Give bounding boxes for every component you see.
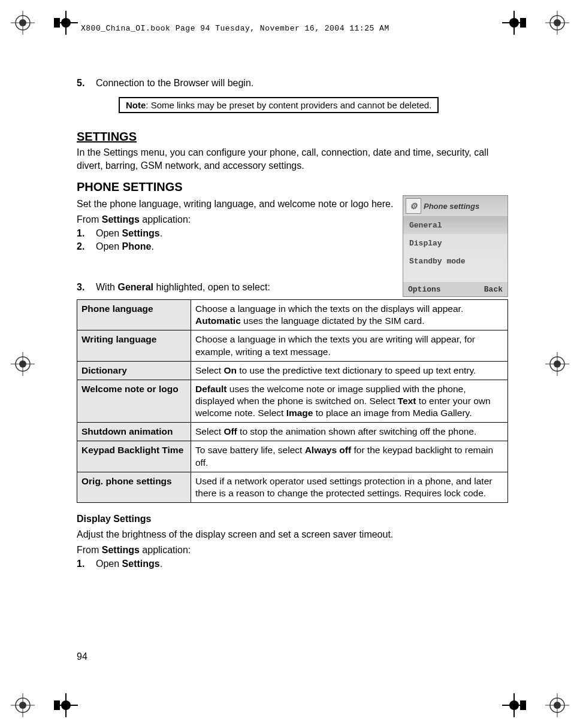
page-header-metadata: X800_China_OI.book Page 94 Tuesday, Nove… <box>81 24 389 33</box>
settings-intro: In the Settings menu, you can configure … <box>77 146 508 172</box>
phone-step-2: 2. Open Phone. <box>77 241 395 252</box>
note-text: Some links may be preset by content prov… <box>151 100 432 110</box>
heading-phone-settings: PHONE SETTINGS <box>77 180 508 194</box>
display-settings-from: From Settings application: <box>77 544 508 557</box>
svg-rect-31 <box>520 18 526 28</box>
svg-rect-35 <box>54 700 60 710</box>
gear-icon: ⚙ <box>406 198 421 214</box>
table-row: Dictionary Select On to use the predicti… <box>77 361 508 380</box>
general-settings-table: Phone language Choose a language in whic… <box>77 299 508 503</box>
table-desc: Select Off to stop the animation shown a… <box>191 423 508 441</box>
step-number: 5. <box>77 78 96 89</box>
step-5: 5. Connection to the Browser will begin. <box>77 78 508 89</box>
crop-mark-icon <box>54 693 78 717</box>
note-box: Note: Some links may be preset by conten… <box>119 97 439 113</box>
softkey-right: Back <box>484 285 503 294</box>
phone-screenshot-softkeys: Options Back <box>403 282 508 296</box>
table-row: Writing language Choose a language in wh… <box>77 330 508 361</box>
note-label: Note <box>126 100 146 110</box>
phone-settings-from: From Settings application: <box>77 213 395 226</box>
phone-screenshot: ⚙ Phone settings General Display Standby… <box>403 195 508 297</box>
reg-mark-icon <box>11 693 35 717</box>
table-label: Writing language <box>77 330 191 361</box>
table-desc: Select On to use the predictive text dic… <box>191 361 508 380</box>
table-desc: Default uses the welcome note or image s… <box>191 380 508 422</box>
table-row: Welcome note or logo Default uses the we… <box>77 380 508 422</box>
step-text: Connection to the Browser will begin. <box>96 78 508 89</box>
display-settings-intro: Adjust the brightness of the display scr… <box>77 528 508 541</box>
reg-mark-icon <box>11 11 35 35</box>
phone-screenshot-title-bar: ⚙ Phone settings <box>403 196 508 216</box>
table-label: Shutdown animation <box>77 423 191 441</box>
reg-mark-icon <box>545 11 569 35</box>
table-row: Shutdown animation Select Off to stop th… <box>77 423 508 441</box>
page-number: 94 <box>77 651 87 662</box>
table-row: Orig. phone settings Used if a network o… <box>77 472 508 502</box>
reg-mark-icon <box>545 352 569 376</box>
heading-display-settings: Display Settings <box>77 514 508 524</box>
crop-mark-icon <box>502 693 526 717</box>
display-step-1: 1. Open Settings. <box>77 559 508 569</box>
phone-settings-intro: Set the phone language, writing language… <box>77 198 395 211</box>
crop-mark-icon <box>54 11 78 35</box>
table-row: Keypad Backlight Time To save battery li… <box>77 441 508 472</box>
heading-settings: SETTINGS <box>77 130 508 144</box>
phone-screenshot-row-standby: Standby mode <box>403 252 508 270</box>
reg-mark-icon <box>11 352 35 376</box>
table-desc: Choose a language in which the texts on … <box>191 300 508 330</box>
table-label: Orig. phone settings <box>77 472 191 502</box>
phone-screenshot-title: Phone settings <box>424 202 479 211</box>
table-label: Dictionary <box>77 361 191 380</box>
table-label: Keypad Backlight Time <box>77 441 191 472</box>
phone-screenshot-row-general: General <box>403 216 508 234</box>
table-desc: Choose a language in which the texts you… <box>191 330 508 361</box>
phone-screenshot-row-display: Display <box>403 234 508 252</box>
phone-step-1: 1. Open Settings. <box>77 228 395 239</box>
table-label: Welcome note or logo <box>77 380 191 422</box>
reg-mark-icon <box>545 693 569 717</box>
table-desc: Used if a network operator used settings… <box>191 472 508 502</box>
svg-rect-39 <box>520 700 526 710</box>
crop-mark-icon <box>502 11 526 35</box>
table-label: Phone language <box>77 300 191 330</box>
table-row: Phone language Choose a language in whic… <box>77 300 508 330</box>
phone-step-3: 3. With General highlighted, open to sel… <box>77 282 395 293</box>
svg-rect-27 <box>54 18 60 28</box>
table-desc: To save battery life, select Always off … <box>191 441 508 472</box>
softkey-left: Options <box>408 285 441 294</box>
